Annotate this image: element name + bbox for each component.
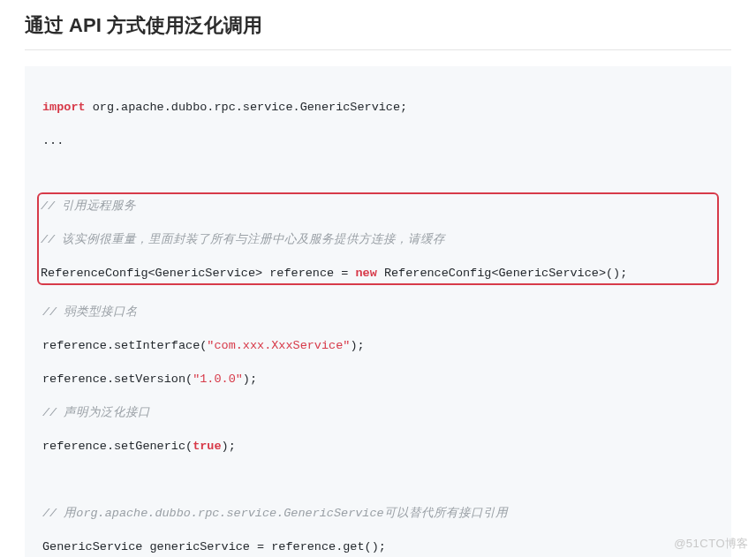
- section-heading: 通过 API 方式使用泛化调用: [25, 12, 731, 50]
- highlight-box: // 引用远程服务 // 该实例很重量，里面封装了所有与注册中心及服务提供方连接…: [37, 192, 719, 285]
- kw-import: import: [42, 101, 86, 114]
- code-text: );: [350, 339, 364, 352]
- code-text: );: [243, 373, 257, 386]
- comment: // 该实例很重量，里面封装了所有与注册中心及服务提供方连接，请缓存: [41, 231, 715, 248]
- blank-line: [42, 471, 714, 488]
- watermark: @51CTO博客: [674, 536, 749, 552]
- code-text: reference.setInterface(: [42, 339, 207, 352]
- code-block: import org.apache.dubbo.rpc.service.Gene…: [25, 66, 731, 557]
- code-text: );: [222, 440, 236, 453]
- code-text: reference.setGeneric(: [42, 440, 193, 453]
- code-text: org.apache.dubbo.rpc.service.GenericServ…: [86, 101, 408, 114]
- comment: // 声明为泛化接口: [42, 404, 714, 421]
- code-text: reference.setVersion(: [42, 373, 193, 386]
- code-text: GenericService genericService = referenc…: [42, 538, 714, 555]
- code-text: ...: [42, 132, 714, 149]
- code-text: ReferenceConfig<GenericService>();: [377, 267, 628, 280]
- comment: // 用org.apache.dubbo.rpc.service.Generic…: [42, 505, 714, 522]
- string: "com.xxx.XxxService": [207, 339, 350, 352]
- kw-true: true: [193, 440, 221, 453]
- comment: // 弱类型接口名: [42, 304, 714, 320]
- blank-line: [42, 166, 714, 183]
- kw-new: new: [355, 267, 376, 280]
- comment: // 引用远程服务: [41, 198, 715, 215]
- code-text: ReferenceConfig<GenericService> referenc…: [41, 267, 355, 280]
- string: "1.0.0": [193, 373, 243, 386]
